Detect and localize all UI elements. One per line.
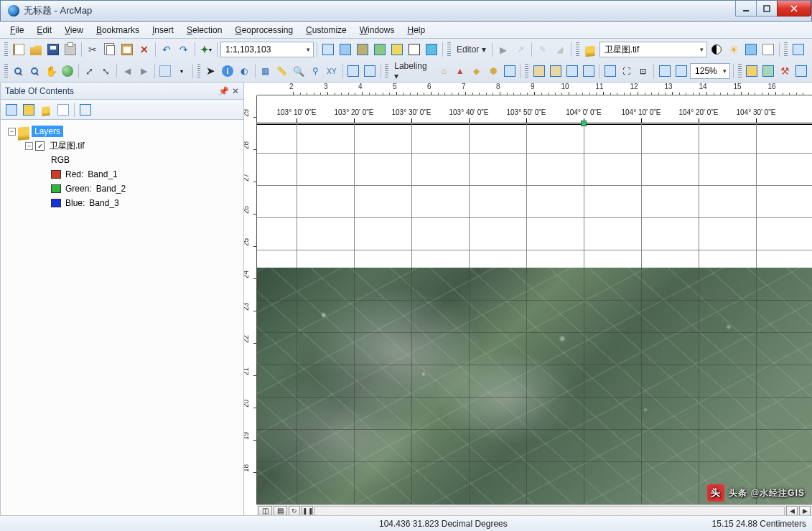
scroll-right[interactable]: ▶ (799, 506, 811, 516)
toolbar-grip[interactable] (447, 42, 451, 57)
data-view-tab[interactable]: ◫ (258, 506, 272, 516)
layout-icon[interactable]: ⛶ (619, 63, 634, 79)
edit-tool[interactable]: ◢ (552, 42, 568, 57)
toolbar-icon[interactable]: ▾ (174, 63, 190, 79)
toolbar-icon[interactable]: ⚲ (308, 63, 323, 79)
editor-menu[interactable]: Editor ▾ (454, 44, 489, 55)
new-button[interactable] (11, 42, 27, 57)
menu-file[interactable]: File (4, 23, 29, 37)
scrollbar-track[interactable] (314, 506, 785, 516)
brightness-button[interactable]: ☀ (726, 42, 742, 57)
toolbar-grip[interactable] (4, 42, 8, 57)
add-data-button[interactable]: ✦▾ (198, 42, 214, 57)
pan-button[interactable]: ✋ (44, 63, 59, 79)
labeling-menu[interactable]: Labeling ▾ (391, 61, 434, 81)
layers-node[interactable]: Layers (32, 126, 63, 137)
labeling-icon[interactable]: ⬢ (485, 63, 500, 79)
layout-icon[interactable] (602, 63, 617, 79)
layout-view-tab[interactable]: ▤ (274, 506, 287, 516)
paste-button[interactable] (119, 42, 135, 57)
open-button[interactable] (28, 42, 44, 57)
editor-toolbar-icon[interactable] (320, 42, 336, 57)
edit-tool[interactable]: ↗ (513, 42, 528, 57)
toc-list-by-selection[interactable] (55, 102, 71, 118)
toolbar-grip[interactable] (738, 64, 742, 78)
toolbar-icon[interactable] (158, 63, 173, 79)
toolbar-icon[interactable] (424, 42, 439, 57)
toc-list-by-visibility[interactable] (38, 102, 54, 118)
edit-tool[interactable]: ▶ (495, 42, 511, 57)
toc-close-icon[interactable]: ✕ (232, 86, 239, 96)
toolbar-icon[interactable] (363, 63, 378, 79)
labeling-icon[interactable]: ▲ (452, 63, 467, 79)
prev-extent[interactable]: ◀ (120, 63, 135, 79)
fixed-zoom-out[interactable]: ⤡ (98, 63, 113, 79)
print-button[interactable] (62, 42, 78, 57)
menu-customize[interactable]: Customize (300, 23, 353, 37)
layout-icon[interactable] (564, 63, 579, 79)
menu-geoprocessing[interactable]: Geoprocessing (229, 23, 299, 37)
toolbar-icon[interactable] (346, 63, 361, 79)
toolbar-icon[interactable] (743, 42, 759, 57)
layout-icon[interactable] (531, 63, 546, 79)
toolbox-button[interactable]: ⚒ (778, 63, 793, 79)
identify-button[interactable]: i (220, 63, 235, 79)
pause-icon[interactable]: ❚❚ (302, 506, 313, 516)
toolbar-icon[interactable]: ▦ (258, 63, 273, 79)
labeling-icon[interactable]: ⌂ (436, 63, 451, 79)
toolbar-grip[interactable] (4, 64, 8, 78)
layer-visibility-checkbox[interactable]: ✓ (35, 141, 45, 151)
layout-icon[interactable] (581, 63, 596, 79)
toolbar-icon[interactable] (372, 42, 388, 57)
find-button[interactable]: 🔍 (291, 63, 307, 79)
menu-selection[interactable]: Selection (181, 23, 228, 37)
menu-help[interactable]: Help (401, 23, 431, 37)
minimize-button[interactable] (735, 1, 757, 17)
select-elements-button[interactable]: ➤ (203, 63, 218, 79)
toolbar-grip[interactable] (784, 42, 788, 57)
toc-pin-icon[interactable]: 📌 (218, 86, 229, 96)
zoom-combo[interactable]: 125%▾ (690, 63, 730, 79)
toolbar-icon[interactable] (355, 42, 370, 57)
toolbar-grip[interactable] (525, 64, 528, 78)
toolbar-grip[interactable] (385, 64, 388, 78)
menu-bookmarks[interactable]: Bookmarks (90, 23, 145, 37)
copy-button[interactable] (102, 42, 118, 57)
menu-insert[interactable]: Insert (146, 23, 179, 37)
search-button[interactable] (761, 63, 776, 79)
tree-collapse-icon[interactable]: − (25, 142, 33, 150)
labeling-icon[interactable]: ◆ (469, 63, 484, 79)
full-extent-button[interactable] (60, 63, 75, 79)
menu-edit[interactable]: Edit (31, 23, 57, 37)
toolbar-icon[interactable]: ◐ (237, 63, 252, 79)
next-extent[interactable]: ▶ (136, 63, 151, 79)
effects-layer-combo[interactable]: 卫星图.tif▾ (599, 42, 707, 57)
toc-list-by-drawing[interactable] (4, 102, 19, 118)
map-canvas[interactable]: 103° 10' 0"E103° 20' 0"E103° 30' 0"E103°… (257, 95, 812, 504)
toc-options[interactable] (78, 102, 93, 118)
layer-node[interactable]: 卫星图.tif (47, 139, 88, 153)
toolbar-icon[interactable] (389, 42, 405, 57)
go-to-xy-button[interactable]: XY (325, 63, 340, 79)
zoom-in-button[interactable] (11, 63, 26, 79)
toolbar-grip[interactable] (197, 64, 201, 78)
fixed-zoom-in[interactable]: ⤢ (82, 63, 97, 79)
undo-button[interactable]: ↶ (159, 42, 174, 57)
close-button[interactable] (777, 1, 811, 17)
layout-icon[interactable] (657, 63, 672, 79)
scale-combo[interactable]: 1:1,103,103▾ (220, 42, 314, 57)
toolbar-icon[interactable] (790, 42, 806, 57)
refresh-icon[interactable]: ↻ (289, 506, 300, 516)
contrast-button[interactable] (709, 42, 724, 57)
layout-icon[interactable] (548, 63, 563, 79)
scroll-left[interactable]: ◀ (786, 506, 798, 516)
toolbar-grip[interactable] (576, 42, 579, 57)
toolbar-icon[interactable] (760, 42, 776, 57)
toolbar-icon[interactable] (406, 42, 422, 57)
toc-list-by-source[interactable] (21, 102, 37, 118)
maximize-button[interactable] (756, 1, 778, 17)
measure-button[interactable]: 📏 (274, 63, 289, 79)
cut-button[interactable]: ✂ (85, 42, 101, 57)
menu-view[interactable]: View (59, 23, 89, 37)
save-button[interactable] (45, 42, 61, 57)
